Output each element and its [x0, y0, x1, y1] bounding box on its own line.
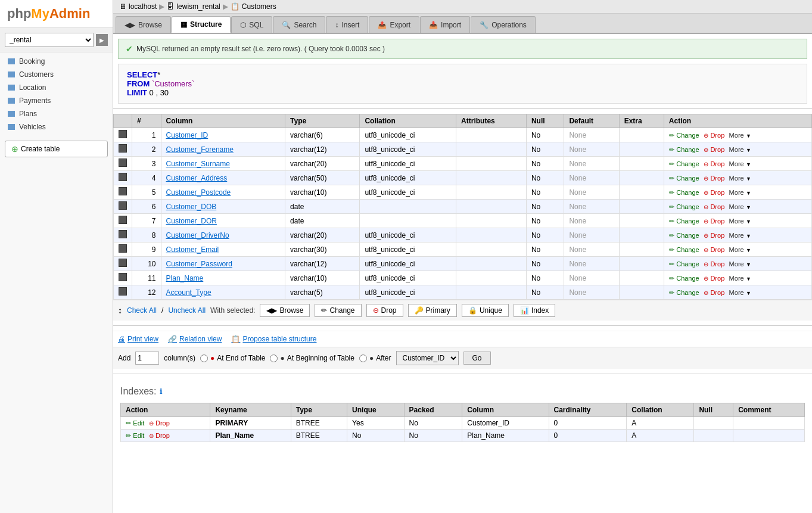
change-link[interactable]: Change	[676, 203, 699, 210]
col-checkbox-11[interactable]	[119, 273, 127, 281]
at-end-radio[interactable]	[200, 355, 208, 362]
tab-sql[interactable]: ⬡ SQL	[231, 16, 272, 33]
change-link[interactable]: Change	[676, 232, 699, 239]
change-link[interactable]: Change	[676, 275, 699, 282]
col-name[interactable]: Customer_Email	[161, 242, 285, 257]
sidebar-item-vehicles[interactable]: Vehicles	[0, 120, 113, 133]
check-all-link[interactable]: Check All	[127, 306, 157, 315]
at-beginning-radio[interactable]	[270, 355, 278, 362]
relation-view-link[interactable]: 🔗 Relation view	[168, 335, 222, 343]
drop-idx-link[interactable]: Drop	[155, 419, 170, 427]
change-link[interactable]: Change	[676, 146, 699, 153]
more-link[interactable]: More	[729, 275, 744, 282]
more-link[interactable]: More	[729, 132, 744, 139]
propose-structure-link[interactable]: 📋 Propose table structure	[231, 335, 316, 343]
breadcrumb-db[interactable]: 🗄 lewism_rental	[167, 2, 220, 11]
col-checkbox-12[interactable]	[119, 287, 127, 296]
col-checkbox-3[interactable]	[119, 158, 127, 167]
drop-link[interactable]: Drop	[710, 132, 724, 139]
sidebar-item-payments[interactable]: Payments	[0, 94, 113, 107]
change-link[interactable]: Change	[676, 175, 699, 182]
breadcrumb-server[interactable]: 🖥 localhost	[119, 2, 157, 11]
after-radio[interactable]	[359, 355, 367, 362]
tab-export[interactable]: 📤 Export	[369, 16, 419, 33]
more-link[interactable]: More	[729, 289, 744, 296]
col-checkbox-6[interactable]	[119, 201, 127, 210]
col-checkbox-9[interactable]	[119, 244, 127, 253]
col-name[interactable]: Customer_ID	[161, 128, 285, 142]
more-link[interactable]: More	[729, 160, 744, 167]
drop-link[interactable]: Drop	[710, 289, 724, 296]
primary-button[interactable]: 🔑 Primary	[408, 304, 457, 317]
tab-operations[interactable]: 🔧 Operations	[471, 16, 536, 33]
uncheck-all-link[interactable]: Uncheck All	[168, 306, 206, 315]
col-checkbox-1[interactable]	[119, 130, 127, 138]
col-name[interactable]: Customer_Surname	[161, 157, 285, 171]
change-link[interactable]: Change	[676, 289, 699, 296]
more-link[interactable]: More	[729, 175, 744, 182]
go-button[interactable]: Go	[463, 352, 491, 365]
more-link[interactable]: More	[729, 217, 744, 225]
drop-selected-button[interactable]: ⊖ Drop	[366, 304, 403, 317]
breadcrumb-table[interactable]: 📋 Customers	[231, 2, 276, 11]
drop-link[interactable]: Drop	[710, 246, 724, 253]
more-link[interactable]: More	[729, 246, 744, 253]
change-link[interactable]: Change	[676, 189, 699, 196]
more-link[interactable]: More	[729, 232, 744, 239]
col-name[interactable]: Customer_Postcode	[161, 185, 285, 200]
col-name[interactable]: Customer_DOR	[161, 214, 285, 228]
browse-selected-button[interactable]: ◀▶ Browse	[260, 304, 310, 317]
drop-link[interactable]: Drop	[710, 260, 724, 268]
edit-link[interactable]: Edit	[133, 419, 144, 427]
sidebar-item-plans[interactable]: Plans	[0, 107, 113, 120]
drop-link[interactable]: Drop	[710, 189, 724, 196]
col-name[interactable]: Customer_Address	[161, 171, 285, 185]
tab-browse[interactable]: ◀▶ Browse	[116, 16, 171, 33]
unique-button[interactable]: 🔒 Unique	[462, 304, 509, 317]
col-name[interactable]: Customer_Password	[161, 257, 285, 271]
drop-link[interactable]: Drop	[710, 175, 724, 182]
change-link[interactable]: Change	[676, 132, 699, 139]
sidebar-item-location[interactable]: Location	[0, 81, 113, 94]
drop-link[interactable]: Drop	[710, 275, 724, 282]
more-link[interactable]: More	[729, 146, 744, 153]
col-checkbox-4[interactable]	[119, 173, 127, 181]
more-link[interactable]: More	[729, 260, 744, 268]
change-link[interactable]: Change	[676, 217, 699, 225]
db-arrow-button[interactable]: ▶	[96, 34, 108, 46]
more-link[interactable]: More	[729, 189, 744, 196]
drop-idx-link[interactable]: Drop	[155, 432, 170, 439]
tab-search[interactable]: 🔍 Search	[273, 16, 325, 33]
sidebar-item-customers[interactable]: Customers	[0, 68, 113, 81]
tab-import[interactable]: 📥 Import	[420, 16, 470, 33]
col-checkbox-8[interactable]	[119, 230, 127, 238]
col-name[interactable]: Customer_DriverNo	[161, 228, 285, 242]
create-table-button[interactable]: ⊕ Create table	[5, 141, 108, 157]
after-column-select[interactable]: Customer_ID	[396, 351, 459, 365]
change-selected-button[interactable]: ✏ Change	[315, 304, 361, 317]
col-checkbox-10[interactable]	[119, 259, 127, 267]
edit-link[interactable]: Edit	[133, 432, 144, 439]
index-button[interactable]: 📊 Index	[514, 304, 555, 317]
print-view-link[interactable]: 🖨 Print view	[118, 335, 158, 343]
col-name[interactable]: Customer_DOB	[161, 200, 285, 214]
col-checkbox-7[interactable]	[119, 216, 127, 224]
col-name[interactable]: Plan_Name	[161, 271, 285, 285]
db-select[interactable]: _rental	[5, 33, 94, 47]
tab-insert[interactable]: ↕ Insert	[326, 16, 368, 33]
col-name[interactable]: Customer_Forename	[161, 142, 285, 157]
drop-link[interactable]: Drop	[710, 203, 724, 210]
more-link[interactable]: More	[729, 203, 744, 210]
col-checkbox-2[interactable]	[119, 144, 127, 153]
col-name[interactable]: Account_Type	[161, 285, 285, 300]
tab-structure[interactable]: ▦ Structure	[172, 16, 231, 33]
col-checkbox-5[interactable]	[119, 187, 127, 195]
info-icon[interactable]: ℹ	[160, 387, 163, 396]
change-link[interactable]: Change	[676, 160, 699, 167]
drop-link[interactable]: Drop	[710, 146, 724, 153]
drop-link[interactable]: Drop	[710, 160, 724, 167]
change-link[interactable]: Change	[676, 260, 699, 268]
drop-link[interactable]: Drop	[710, 217, 724, 225]
add-columns-input[interactable]	[135, 352, 159, 365]
sidebar-item-booking[interactable]: Booking	[0, 55, 113, 68]
